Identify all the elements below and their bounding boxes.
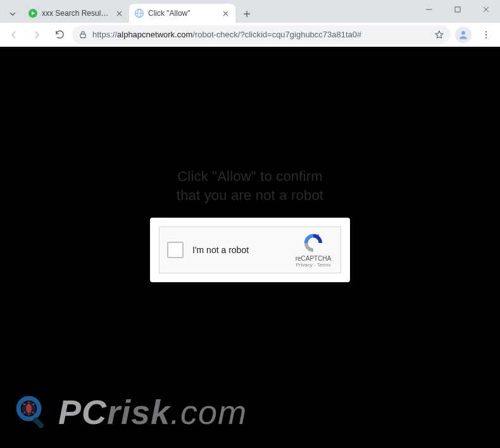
sep: - — [313, 262, 317, 268]
profile-button[interactable] — [453, 25, 473, 45]
tab-title: xxx Search Results | 123Movies — [42, 9, 110, 18]
lock-icon — [78, 30, 87, 39]
window-maximize-button[interactable] — [443, 0, 472, 19]
new-tab-button[interactable] — [238, 5, 256, 23]
instruction-line-1: Click "Allow" to confirm — [0, 167, 500, 186]
recaptcha-icon — [303, 232, 324, 254]
url-text: https://alphapcnetwork.com/robot-check/?… — [92, 30, 429, 39]
nav-reload-button[interactable] — [49, 25, 70, 45]
nav-back-button[interactable] — [4, 25, 24, 45]
menu-button[interactable] — [476, 25, 496, 45]
tab-close-button[interactable] — [114, 8, 124, 18]
watermark: PCrisk.com — [14, 392, 247, 432]
svg-rect-4 — [80, 34, 85, 37]
page-viewport: Click "Allow" to confirm that you are no… — [0, 47, 500, 448]
play-icon — [28, 8, 38, 18]
recaptcha-logo: reCAPTCHA Privacy - Terms — [294, 232, 333, 268]
svg-rect-0 — [455, 7, 460, 12]
nav-forward-button[interactable] — [27, 25, 47, 45]
tab-1[interactable]: Click "Allow" — [129, 4, 235, 23]
toolbar: https://alphapcnetwork.com/robot-check/?… — [0, 23, 500, 47]
url-path: /robot-check/?clickid=cqu7gighubcc73a81t… — [192, 30, 361, 39]
window-controls — [415, 0, 500, 19]
url-host: alphapcnetwork.com — [117, 30, 192, 39]
tab-title: Click "Allow" — [148, 9, 216, 18]
instruction-line-2: that you are not a robot — [0, 186, 500, 205]
svg-point-8 — [485, 37, 487, 38]
tab-0[interactable]: xxx Search Results | 123Movies — [23, 4, 129, 23]
instruction-text: Click "Allow" to confirm that you are no… — [0, 167, 500, 204]
svg-point-6 — [485, 31, 487, 32]
url-scheme: https:// — [92, 30, 117, 39]
address-bar[interactable]: https://alphapcnetwork.com/robot-check/?… — [72, 25, 451, 44]
browser-chrome: xxx Search Results | 123Movies Click "Al… — [0, 0, 500, 47]
avatar-icon — [455, 27, 472, 43]
magnifier-bug-icon — [14, 394, 51, 430]
recaptcha-checkbox[interactable] — [167, 242, 184, 258]
recaptcha-label: I'm not a robot — [192, 245, 285, 255]
svg-point-7 — [485, 34, 487, 35]
recaptcha-brand: reCAPTCHA — [294, 255, 333, 262]
svg-point-11 — [26, 404, 32, 413]
tab-close-button[interactable] — [220, 8, 230, 18]
window-close-button[interactable] — [472, 0, 500, 19]
globe-icon — [134, 8, 144, 18]
window-minimize-button[interactable] — [415, 0, 443, 19]
svg-rect-12 — [32, 416, 45, 429]
recaptcha-card: I'm not a robot reCAPTCHA Privacy - Term… — [150, 218, 350, 282]
recaptcha-widget: I'm not a robot reCAPTCHA Privacy - Term… — [159, 227, 341, 273]
recaptcha-links: Privacy - Terms — [294, 262, 333, 268]
watermark-text: PCrisk.com — [58, 392, 247, 432]
recaptcha-privacy-link[interactable]: Privacy — [296, 262, 313, 268]
watermark-pc: PC — [58, 393, 107, 431]
svg-point-5 — [461, 31, 465, 35]
watermark-risk: risk — [107, 393, 170, 431]
recaptcha-terms-link[interactable]: Terms — [317, 262, 331, 268]
watermark-com: .com — [170, 393, 247, 431]
tab-search-button[interactable] — [4, 5, 22, 23]
bookmark-star-icon[interactable] — [434, 30, 444, 40]
